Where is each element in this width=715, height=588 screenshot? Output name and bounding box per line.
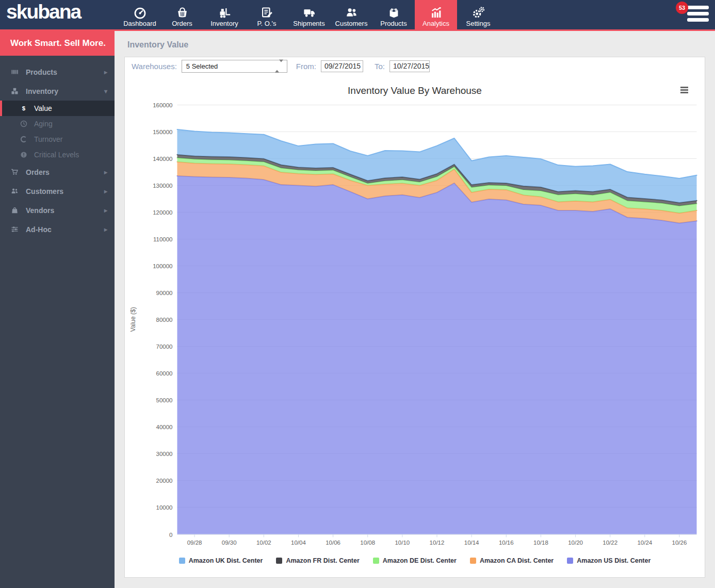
warehouses-label: Warehouses: [132,62,177,71]
truck-icon [302,6,316,20]
nav-item-analytics[interactable]: Analytics [415,0,457,29]
legend-swatch [567,558,573,564]
chevron-right-icon: ▸ [104,69,107,76]
sidebar-item-vendors[interactable]: Vendors▸ [0,201,115,220]
cart-icon [10,168,19,176]
sidebar-menu: Products▸Inventory▾$ValueAgingTurnoverCr… [0,56,115,239]
nav-item-orders[interactable]: Orders [161,0,203,29]
x-axis-tick-label: 10/26 [672,540,687,546]
y-axis-tick-label: 90000 [156,290,173,296]
nav-item-customers[interactable]: Customers [330,0,372,29]
sidebar-subitem-value[interactable]: $Value [0,101,115,116]
nav-item-label: Products [380,20,407,27]
warehouses-select-value: 5 Selected [186,62,218,70]
sidebar-item-ad-hoc[interactable]: Ad-Hoc▸ [0,220,115,239]
sidebar-item-label: Orders [26,168,50,176]
sidebar-item-products[interactable]: Products▸ [0,62,115,81]
sidebar-item-orders[interactable]: Orders▸ [0,162,115,182]
x-axis-tick-label: 10/18 [533,540,548,546]
legend-swatch [276,558,282,564]
warehouses-select[interactable]: 5 Selected [182,60,287,73]
legend-label: Amazon FR Dist. Center [286,557,359,564]
sidebar-item-label: Customers [26,187,63,195]
y-axis-title: Value ($) [129,307,137,332]
nav-right: 53 [678,4,709,27]
x-axis-tick-label: 10/02 [256,540,271,546]
legend-item-amazon-de-dist-center[interactable]: Amazon DE Dist. Center [373,557,457,564]
clock-icon [20,120,28,128]
settings-gears-icon [472,6,485,20]
nav-item-shipments[interactable]: Shipments [288,0,330,29]
tagline-banner: Work Smart. Sell More. [0,31,115,56]
legend-item-amazon-uk-dist-center[interactable]: Amazon UK Dist. Center [179,557,263,564]
sliders-icon [10,225,19,234]
alert-icon [20,151,28,159]
nav-item-label: P. O.'s [257,20,277,27]
skubana-logo[interactable]: skubana [6,1,80,23]
y-axis-tick-label: 100000 [153,263,172,269]
x-axis-tick-label: 10/14 [464,540,479,546]
y-axis-tick-label: 70000 [156,344,173,350]
y-axis-tick-label: 30000 [156,451,173,457]
hamburger-menu-button[interactable] [687,6,709,24]
y-axis-tick-label: 150000 [153,129,172,135]
barcode-icon [10,68,19,76]
nav-item-inventory[interactable]: Inventory [203,0,246,29]
y-axis-tick-label: 80000 [156,317,173,323]
to-date-input[interactable] [389,60,430,72]
nav-menu: DashboardOrdersInventoryP. O.'sShipments… [119,0,499,29]
x-axis-tick-label: 10/04 [291,540,306,546]
legend-label: Amazon UK Dist. Center [189,557,263,564]
sidebar-item-label: Ad-Hoc [26,225,52,234]
chevron-right-icon: ▸ [104,207,107,214]
sidebar: Work Smart. Sell More. Products▸Inventor… [0,31,115,588]
legend-item-amazon-fr-dist-center[interactable]: Amazon FR Dist. Center [276,557,359,564]
sidebar-subitem-turnover[interactable]: Turnover [0,132,115,147]
svg-text:$: $ [22,105,26,111]
sidebar-subitem-label: Turnover [34,135,63,143]
x-axis-tick-label: 10/10 [395,540,410,546]
y-axis-tick-label: 130000 [153,183,172,189]
nav-item-label: Inventory [210,20,238,27]
y-axis-tick-label: 10000 [156,504,173,511]
page-title: Inventory Value [127,40,188,50]
from-date-input[interactable] [321,60,363,72]
purchase-order-icon [260,6,274,20]
sidebar-subitem-aging[interactable]: Aging [0,116,115,132]
chevron-down-icon: ▾ [104,88,107,95]
nav-item-label: Settings [466,20,491,27]
x-axis-tick-label: 10/08 [360,540,375,546]
forklift-icon [218,6,232,20]
page: skubana DashboardOrdersInventoryP. O.'sS… [0,0,715,588]
y-axis-tick-label: 120000 [153,209,172,216]
legend-item-amazon-us-dist-center[interactable]: Amazon US Dist. Center [567,557,651,564]
chart-context-menu-button[interactable] [680,87,689,94]
sidebar-subitem-critical-levels[interactable]: Critical Levels [0,147,115,162]
notification-badge[interactable]: 53 [676,2,688,14]
top-navbar: skubana DashboardOrdersInventoryP. O.'sS… [0,0,715,31]
nav-item-pos[interactable]: P. O.'s [246,0,288,29]
users-icon [10,187,19,195]
legend-swatch [179,558,185,564]
refresh-icon [20,135,28,143]
nav-item-label: Shipments [293,20,324,27]
y-axis-tick-label: 110000 [153,236,173,242]
sidebar-item-label: Inventory [26,87,58,95]
sidebar-item-customers[interactable]: Customers▸ [0,182,115,201]
nav-item-products[interactable]: Products [372,0,415,29]
chevron-right-icon: ▸ [104,226,107,233]
nav-item-dashboard[interactable]: Dashboard [119,0,161,29]
x-axis-tick-label: 10/22 [603,540,618,546]
sidebar-item-inventory[interactable]: Inventory▾ [0,81,115,101]
nav-item-settings[interactable]: Settings [457,0,499,29]
y-axis-tick-label: 0 [169,532,172,538]
legend-item-amazon-ca-dist-center[interactable]: Amazon CA Dist. Center [470,557,554,564]
chart-title: Inventory Value By Warehouse [348,85,482,96]
nav-item-label: Customers [335,20,368,27]
nav-item-label: Analytics [423,20,449,27]
basket-icon [175,6,189,20]
to-label: To: [375,62,385,71]
y-axis-tick-label: 50000 [156,397,173,403]
legend-label: Amazon DE Dist. Center [383,557,457,564]
chart-legend: Amazon UK Dist. CenterAmazon FR Dist. Ce… [124,557,705,564]
